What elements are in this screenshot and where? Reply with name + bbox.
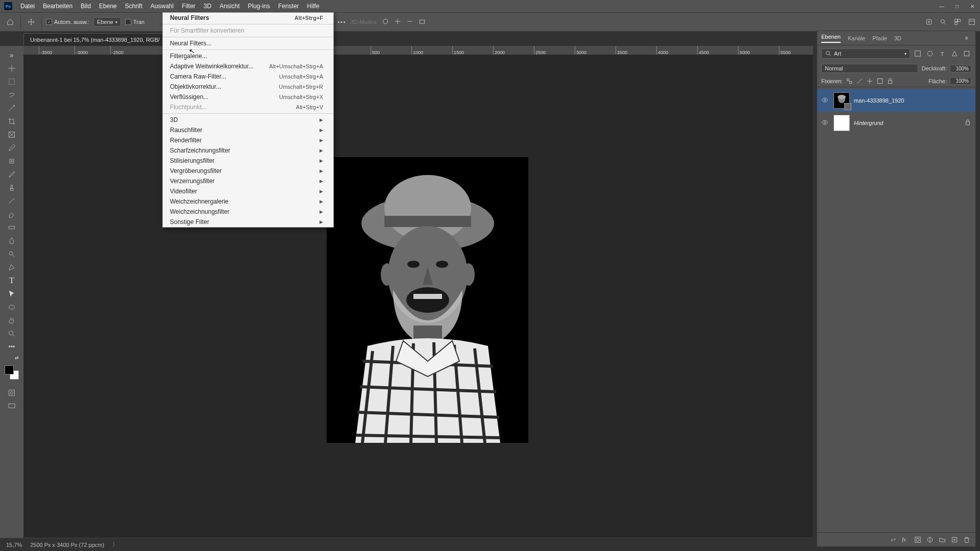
document-tab[interactable]: Unbenannt-1 bei 15,7% (man-4333898_1920,… (23, 33, 166, 46)
filter-smart-icon[interactable] (962, 49, 971, 58)
blend-mode-dropdown[interactable]: Normal (821, 64, 918, 73)
expand-tool-icon[interactable]: » (5, 49, 19, 61)
magic-wand-tool[interactable] (5, 102, 19, 114)
panel-menu-icon[interactable] (968, 18, 976, 26)
gradient-tool[interactable] (5, 221, 19, 234)
layer-name[interactable]: man-4333898_1920 (854, 97, 904, 104)
layer-style-icon[interactable]: fx (902, 536, 909, 543)
healing-tool[interactable] (5, 155, 19, 167)
menu-plugins[interactable]: Plug-ins (244, 1, 274, 12)
tab-ebenen[interactable]: Ebenen (821, 34, 841, 43)
layer-name[interactable]: Hintergrund (854, 120, 883, 126)
layer-target-dropdown[interactable]: Ebene ▾ (93, 17, 121, 27)
menu-datei[interactable]: Datei (16, 1, 39, 12)
canvas-area[interactable] (23, 55, 813, 538)
marquee-tool[interactable] (5, 76, 19, 88)
type-tool[interactable]: T (5, 274, 19, 287)
menu-auswahl[interactable]: Auswahl (146, 1, 178, 12)
layer-row[interactable]: Hintergrund (817, 112, 975, 134)
orbit-icon[interactable] (382, 18, 390, 26)
menu-verzerrungsfilter[interactable]: Verzerrungsfilter▶ (163, 176, 333, 186)
edit-toolbar-icon[interactable]: ••• (5, 341, 19, 353)
brush-tool[interactable] (5, 168, 19, 181)
transform-controls-checkbox[interactable]: Tran (125, 19, 144, 25)
zoom-level[interactable]: 15,7% (6, 542, 22, 548)
layer-thumbnail[interactable] (834, 92, 850, 109)
menu-objektivkorrektur[interactable]: Objektivkorrektur...Umschalt+Strg+R (163, 82, 333, 92)
fill-field[interactable]: 100% (950, 77, 971, 85)
maximize-button[interactable]: □ (949, 0, 965, 12)
lock-transparency-icon[interactable] (846, 78, 853, 85)
filter-shape-icon[interactable] (950, 49, 959, 58)
filter-kind-dropdown[interactable]: Art ▾ (821, 48, 910, 59)
menu-filter[interactable]: Filter (178, 1, 200, 12)
group-icon[interactable] (939, 536, 946, 543)
menu-adaptive-weitwinkelkorrektur[interactable]: Adaptive Weitwinkelkorrektur...Alt+Umsch… (163, 61, 333, 71)
menu-rauschfilter[interactable]: Rauschfilter▶ (163, 125, 333, 135)
delete-layer-icon[interactable] (963, 536, 970, 543)
menu-vergr-berungsfilter[interactable]: Vergröberungsfilter▶ (163, 166, 333, 176)
layer-thumbnail[interactable] (834, 115, 850, 131)
swap-colors-icon[interactable]: ⇄ (5, 354, 19, 361)
opacity-field[interactable]: 100% (950, 65, 971, 72)
tab-pfade[interactable]: Pfade (872, 35, 887, 41)
menu-weichzeichnungsfilter[interactable]: Weichzeichnungsfilter▶ (163, 207, 333, 217)
path-select-tool[interactable] (5, 288, 19, 300)
pen-tool[interactable] (5, 261, 19, 273)
menu-videofilter[interactable]: Videofilter▶ (163, 186, 333, 196)
blur-tool[interactable] (5, 235, 19, 247)
menu-renderfilter[interactable]: Renderfilter▶ (163, 135, 333, 145)
new-layer-icon[interactable] (951, 536, 958, 543)
visibility-icon[interactable] (821, 96, 829, 105)
menu-ansicht[interactable]: Ansicht (215, 1, 243, 12)
menu-recent-filter[interactable]: Neural Filters Alt+Strg+F (163, 13, 333, 23)
menu-fenster[interactable]: Fenster (274, 1, 303, 12)
crop-tool[interactable] (5, 115, 19, 128)
menu-filtergalerie[interactable]: Filtergalerie... (163, 51, 333, 61)
search-icon[interactable] (939, 18, 947, 26)
shape-tool[interactable] (5, 301, 19, 313)
menu-hilfe[interactable]: Hilfe (303, 1, 324, 12)
menu-3d[interactable]: 3D▶ (163, 115, 333, 125)
eyedropper-tool[interactable] (5, 142, 19, 154)
doc-dimensions[interactable]: 2500 Px x 3400 Px (72 ppcm) (30, 542, 104, 548)
menu-stilisierungsfilter[interactable]: Stilisierungsfilter▶ (163, 156, 333, 166)
canvas-image[interactable] (327, 157, 528, 443)
panel-menu-icon[interactable]: ≡ (962, 34, 971, 43)
filter-type-icon[interactable]: T (938, 49, 947, 58)
lasso-tool[interactable] (5, 89, 19, 101)
stamp-tool[interactable] (5, 182, 19, 194)
layer-mask-icon[interactable] (914, 536, 921, 543)
minimize-button[interactable]: — (934, 0, 949, 12)
lock-pixels-icon[interactable] (856, 78, 863, 85)
pan-3d-icon[interactable] (394, 18, 402, 26)
menu-bearbeiten[interactable]: Bearbeiten (39, 1, 77, 12)
dodge-tool[interactable] (5, 248, 19, 260)
camera-icon[interactable] (419, 18, 427, 26)
share-icon[interactable] (925, 18, 933, 26)
filter-pixels-icon[interactable] (913, 49, 922, 58)
menu-ebene[interactable]: Ebene (95, 1, 121, 12)
move-tool[interactable] (5, 62, 19, 74)
workspace-icon[interactable] (953, 18, 962, 26)
eraser-tool[interactable] (5, 208, 19, 220)
foreground-color[interactable] (5, 365, 14, 374)
menu-bild[interactable]: Bild (77, 1, 95, 12)
quick-mask-icon[interactable] (5, 387, 19, 399)
menu-schrift[interactable]: Schrift (121, 1, 146, 12)
hand-tool[interactable] (5, 314, 19, 327)
lock-all-icon[interactable] (887, 78, 894, 85)
frame-tool[interactable] (5, 129, 19, 141)
tab-kanaele[interactable]: Kanäle (848, 35, 865, 41)
menu-sonstige-filter[interactable]: Sonstige Filter▶ (163, 217, 333, 227)
auto-select-checkbox[interactable]: ✓Autom. ausw.: (46, 19, 89, 25)
history-brush-tool[interactable] (5, 195, 19, 207)
dolly-icon[interactable] (406, 18, 414, 26)
menu-verfl-ssigen[interactable]: Verflüssigen...Umschalt+Strg+X (163, 92, 333, 102)
home-icon[interactable] (4, 16, 16, 28)
close-button[interactable]: ✕ (965, 0, 980, 12)
menu-3d[interactable]: 3D (200, 1, 215, 12)
menu-weichzeichnergalerie[interactable]: Weichzeichnergalerie▶ (163, 196, 333, 207)
filter-adjust-icon[interactable] (925, 49, 935, 58)
ruler-horizontal[interactable]: -3500-3000-25005001000150020002500300035… (23, 46, 813, 55)
